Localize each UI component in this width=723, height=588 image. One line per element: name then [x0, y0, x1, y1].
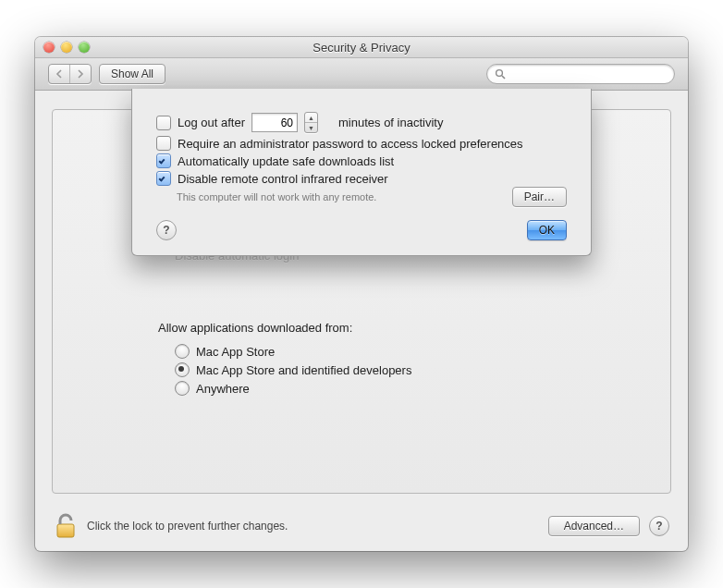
logout-label-before: Log out after	[178, 116, 245, 129]
require-admin-label: Require an administrator password to acc…	[178, 137, 523, 151]
gatekeeper-option[interactable]: Anywhere	[175, 381, 411, 396]
radio-icon[interactable]	[175, 344, 190, 359]
forward-icon[interactable]	[69, 65, 91, 83]
svg-point-0	[496, 70, 503, 77]
svg-rect-2	[57, 524, 74, 537]
search-input[interactable]	[511, 67, 667, 81]
gatekeeper-option[interactable]: Mac App Store and identified developers	[175, 362, 411, 377]
gatekeeper-option[interactable]: Mac App Store	[175, 344, 411, 359]
stepper-down-icon[interactable]: ▼	[305, 122, 317, 132]
logout-stepper[interactable]: ▲▼	[304, 112, 318, 133]
zoom-icon[interactable]	[79, 42, 90, 53]
minimize-icon[interactable]	[61, 42, 72, 53]
auto-update-label: Automatically update safe downloads list	[178, 154, 394, 168]
auto-update-row: Automatically update safe downloads list	[156, 153, 567, 168]
svg-line-1	[502, 76, 505, 79]
logout-checkbox[interactable]	[156, 116, 171, 130]
window-title: Security & Privacy	[35, 41, 688, 55]
sheet-help-icon[interactable]: ?	[156, 220, 177, 240]
close-icon[interactable]	[43, 42, 55, 53]
search-field[interactable]	[486, 64, 675, 84]
disable-ir-row: Disable remote control infrared receiver	[156, 171, 567, 186]
stepper-up-icon[interactable]: ▲	[305, 113, 317, 122]
gatekeeper-option-label: Mac App Store	[196, 345, 275, 359]
logout-label-after: minutes of inactivity	[338, 116, 443, 129]
lock-icon[interactable]	[54, 512, 78, 540]
advanced-button[interactable]: Advanced…	[548, 516, 640, 536]
nav-back-forward[interactable]	[48, 64, 92, 84]
back-icon[interactable]	[49, 65, 69, 83]
ok-button[interactable]: OK	[527, 220, 567, 240]
titlebar: Security & Privacy	[35, 37, 688, 58]
require-admin-row: Require an administrator password to acc…	[156, 136, 567, 151]
gatekeeper-heading: Allow applications downloaded from:	[158, 321, 411, 335]
disable-ir-checkbox[interactable]	[156, 171, 171, 186]
footer: Click the lock to prevent further change…	[35, 501, 688, 551]
gatekeeper-section: Allow applications downloaded from: Mac …	[158, 321, 411, 399]
gatekeeper-option-label: Anywhere	[196, 382, 250, 396]
search-icon	[495, 68, 506, 80]
radio-icon[interactable]	[175, 362, 190, 377]
radio-icon[interactable]	[175, 381, 190, 396]
ir-hint: This computer will not work with any rem…	[177, 191, 376, 202]
pair-button[interactable]: Pair…	[512, 187, 567, 207]
require-admin-checkbox[interactable]	[156, 136, 171, 151]
logout-row: Log out after ▲▼ minutes of inactivity	[156, 112, 567, 133]
toolbar: Show All	[35, 58, 688, 91]
auto-update-checkbox[interactable]	[156, 153, 171, 168]
advanced-sheet: Log out after ▲▼ minutes of inactivity R…	[131, 89, 592, 256]
lock-hint: Click the lock to prevent further change…	[87, 520, 288, 533]
logout-minutes-field[interactable]	[251, 113, 298, 132]
gatekeeper-option-label: Mac App Store and identified developers	[196, 363, 411, 377]
show-all-button[interactable]: Show All	[99, 64, 165, 84]
help-icon[interactable]: ?	[649, 516, 669, 536]
disable-ir-label: Disable remote control infrared receiver	[178, 172, 388, 186]
preferences-window: Security & Privacy Show All Privacy Chan…	[35, 37, 688, 551]
window-controls	[43, 42, 90, 53]
